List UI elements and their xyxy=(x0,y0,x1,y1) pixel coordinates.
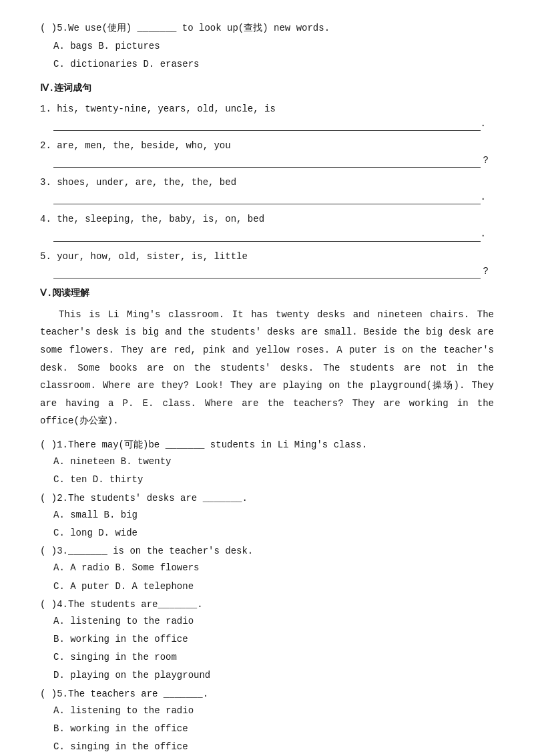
q5-opt-a: A. bags B. pictures xyxy=(53,41,160,51)
rq5-opt-c: C. singing in the office xyxy=(53,739,494,755)
rq2-opt-cd: C. long D. wide xyxy=(53,525,494,542)
section-5: Ⅴ.阅读理解 This is Li Ming's classroom. It h… xyxy=(40,285,494,756)
rq3-header: ( )3._______ is on the teacher's desk. xyxy=(40,543,494,560)
q5-opt-ab: A. bags B. pictures xyxy=(53,38,494,55)
s4-q1: 1. his, twenty-nine, years, old, uncle, … xyxy=(40,101,494,118)
rq3-opt-cd: C. A puter D. A telephone xyxy=(53,578,494,595)
rq1-header: ( )1.There may(可能)be _______ students in… xyxy=(40,437,494,453)
rq4-opt-b: B. working in the office xyxy=(53,631,494,648)
q5-opt-c: C. dictionaries D. erasers xyxy=(53,59,199,69)
rq2-header: ( )2.The students' desks are _______. xyxy=(40,490,494,507)
reading-q2: ( )2.The students' desks are _______. A.… xyxy=(40,490,494,542)
rq1-opt-ab: A. nineteen B. twenty xyxy=(53,453,494,470)
rq3-opt-ab: A. A radio B. Some flowers xyxy=(53,560,494,576)
reading-q5: ( )5.The teachers are _______. A. listen… xyxy=(40,686,494,756)
q5-text: ( )5.We use(使用) _______ to look up(查找) n… xyxy=(40,20,330,37)
q5-question: ( )5.We use(使用) _______ to look up(查找) n… xyxy=(40,20,494,37)
rq5-opt-a: A. listening to the radio xyxy=(53,703,494,719)
question-5-section: ( )5.We use(使用) _______ to look up(查找) n… xyxy=(40,20,494,73)
rq5-opt-b: B. working in the office xyxy=(53,721,494,737)
s4-q4: 4. the, sleeping, the, baby, is, on, bed xyxy=(40,211,494,228)
s4-q5: 5. your, how, old, sister, is, little xyxy=(40,248,494,265)
rq5-header: ( )5.The teachers are _______. xyxy=(40,686,494,703)
reading-passage: This is Li Ming's classroom. It has twen… xyxy=(40,306,494,430)
reading-q4: ( )4.The students are_______. A. listeni… xyxy=(40,596,494,685)
s4-q2: 2. are, men, the, beside, who, you xyxy=(40,138,494,154)
rq4-opt-d: D. playing on the playground xyxy=(53,667,494,684)
section-4: Ⅳ.连词成句 1. his, twenty-nine, years, old, … xyxy=(40,80,494,278)
q5-opt-cd: C. dictionaries D. erasers xyxy=(53,56,494,73)
reading-q1: ( )1.There may(可能)be _______ students in… xyxy=(40,437,494,489)
rq2-opt-ab: A. small B. big xyxy=(53,507,494,524)
rq1-opt-cd: C. ten D. thirty xyxy=(53,471,494,488)
s4-q3: 3. shoes, under, are, the, the, bed xyxy=(40,174,494,191)
rq4-header: ( )4.The students are_______. xyxy=(40,596,494,613)
rq4-opt-a: A. listening to the radio xyxy=(53,613,494,630)
section-5-title: Ⅴ.阅读理解 xyxy=(40,285,494,302)
rq4-opt-c: C. singing in the room xyxy=(53,649,494,666)
reading-q3: ( )3._______ is on the teacher's desk. A… xyxy=(40,543,494,595)
section-4-title: Ⅳ.连词成句 xyxy=(40,80,494,97)
